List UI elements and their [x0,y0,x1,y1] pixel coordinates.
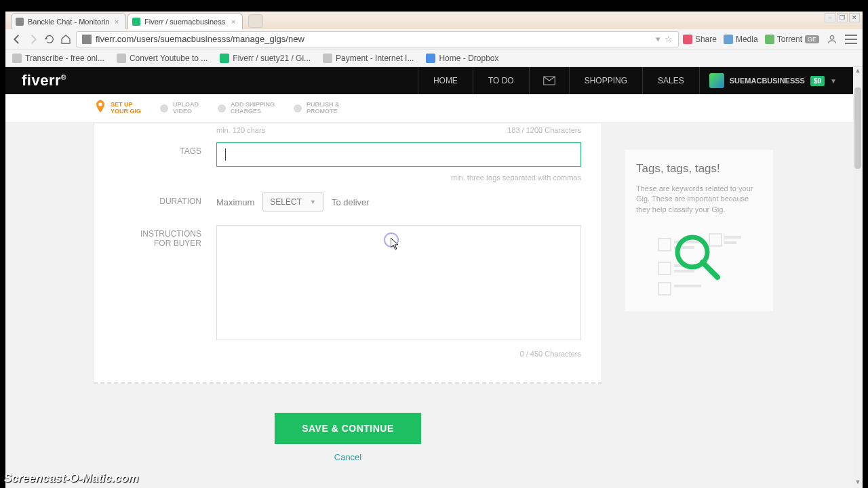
duration-row: DURATION Maximum SELECT ▼ To deliver [94,188,601,216]
media-icon [724,35,733,44]
bookmark-icon [117,54,126,63]
step-label: ADD SHIPPINGCHARGES [231,102,275,115]
svg-point-1 [98,102,102,106]
page-icon [82,35,92,44]
bookmark-icon [12,54,22,63]
text-caret [225,148,226,161]
close-icon[interactable]: × [115,18,121,26]
gig-form-card: min. 120 chars 183 / 1200 Characters TAG… [94,123,602,384]
badge: GE [805,35,819,43]
duration-label: DURATION [115,192,216,206]
url-bar: fiverr.com/users/suemacbusinesss/manage_… [5,29,863,49]
heart-icon [683,35,692,44]
hamburger-menu-icon[interactable] [845,35,857,44]
bookmark-icon [323,54,332,63]
torrent-icon [765,35,774,44]
maximize-button[interactable]: ❐ [837,13,848,22]
pin-icon [95,100,106,117]
svg-rect-8 [658,262,671,274]
dropdown-caret-icon[interactable]: ▾ [656,34,660,44]
browser-tab-active[interactable]: Fiverr / suemacbusiness × [127,13,243,29]
tags-label: TAGS [115,142,216,156]
bookmark-item[interactable]: Transcribe - free onl... [12,54,104,63]
step-circle-icon [160,104,168,113]
url-input[interactable]: fiverr.com/users/suemacbusinesss/manage_… [76,31,679,47]
close-icon[interactable]: × [231,18,238,26]
step-publish[interactable]: PUBLISH &PROMOTE [294,102,340,115]
bookmark-item[interactable]: Payment - Internet I... [323,54,414,63]
close-window-button[interactable]: ✕ [849,13,860,22]
step-setup-gig[interactable]: SET UPYOUR GIG [95,100,141,117]
instructions-label: INSTRUCTIONSFOR BUYER [115,225,216,248]
svg-rect-12 [674,285,701,287]
form-area: min. 120 chars 183 / 1200 Characters TAG… [5,123,863,129]
nav-home[interactable]: HOME [418,67,473,94]
step-circle-icon [294,104,302,113]
svg-rect-5 [709,234,722,246]
instructions-counter: 0 / 450 Characters [94,347,601,365]
instructions-row: INSTRUCTIONSFOR BUYER [94,221,601,347]
minimize-button[interactable]: – [825,13,835,22]
new-tab-button[interactable] [248,14,263,28]
scrollbar[interactable]: ▲ ▼ [853,67,863,488]
nav-shopping[interactable]: SHOPPING [569,67,642,94]
tip-text: These are keywords related to your Gig. … [636,184,762,215]
bookmark-label: Home - Dropbox [439,54,498,63]
svg-line-14 [703,262,717,277]
window-controls: – ❐ ✕ [825,13,860,22]
nav-todo[interactable]: TO DO [473,67,529,94]
step-label: SET UPYOUR GIG [111,102,141,115]
extensions: Share Media TorrentGE [683,33,857,45]
bookmark-item[interactable]: Convert Youtube to ... [117,54,208,63]
media-extension[interactable]: Media [724,35,758,44]
bookmark-label: Fiverr / suety21 / Gi... [233,54,311,63]
step-shipping[interactable]: ADD SHIPPINGCHARGES [218,102,275,115]
ext-label: Media [736,35,758,44]
tip-card: Tags, tags, tags! These are keywords rel… [625,150,773,311]
chevron-down-icon: ▼ [310,199,316,205]
select-value: SELECT [270,197,302,207]
step-circle-icon [218,104,226,113]
home-button[interactable] [60,33,72,45]
back-button[interactable] [11,33,23,45]
step-label: PUBLISH &PROMOTE [307,102,340,115]
user-menu[interactable]: SUEMACBUSINESSS $0 ▼ [699,67,846,94]
tags-hint: min. three tags separated with commas [94,171,601,188]
share-extension[interactable]: Share [683,35,717,44]
duration-select[interactable]: SELECT ▼ [262,192,323,211]
messages-icon[interactable] [529,67,569,94]
tags-row: TAGS [94,138,601,171]
favicon [132,18,140,26]
bookmark-star-icon[interactable]: ☆ [665,34,673,44]
profile-icon[interactable] [826,33,838,45]
scroll-down-icon[interactable]: ▼ [853,479,863,488]
reload-button[interactable] [43,33,56,45]
tags-input[interactable] [216,142,581,167]
to-deliver-text: To deliver [332,197,370,207]
scroll-thumb[interactable] [854,87,861,169]
logo[interactable]: fiverr® [22,72,66,89]
browser-window: Banckle Chat - Monitorin × Fiverr / suem… [5,12,863,488]
bookmark-item[interactable]: Home - Dropbox [426,54,498,63]
bookmark-item[interactable]: Fiverr / suety21 / Gi... [220,54,311,63]
magnifier-icon [636,228,762,296]
nav-sales[interactable]: SALES [642,67,699,94]
button-row: SAVE & CONTINUE Cancel [94,413,602,462]
torrent-extension[interactable]: TorrentGE [765,35,819,44]
svg-rect-10 [674,270,694,272]
site-header: fiverr® HOME TO DO SHOPPING SALES SUEMAC… [5,67,863,94]
browser-tab[interactable]: Banckle Chat - Monitorin × [11,13,126,29]
maximum-text: Maximum [216,197,254,207]
description-hint-row: min. 120 chars 183 / 1200 Characters [94,123,601,138]
save-continue-button[interactable]: SAVE & CONTINUE [275,413,421,444]
svg-rect-2 [658,239,671,251]
step-upload-video[interactable]: UPLOADVIDEO [160,102,199,115]
avatar [709,73,724,88]
forward-button[interactable] [27,33,39,45]
bookmark-label: Convert Youtube to ... [130,54,208,63]
instructions-textarea[interactable] [216,225,581,340]
tab-title: Banckle Chat - Monitorin [28,18,112,26]
scroll-up-icon[interactable]: ▲ [853,67,863,77]
svg-point-0 [830,35,833,39]
cancel-button[interactable]: Cancel [334,452,361,462]
